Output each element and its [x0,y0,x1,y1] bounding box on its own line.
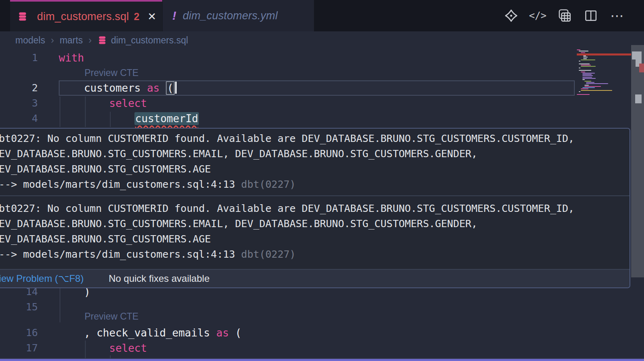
error-message-block: dbt0227: No column CUSTOMERID found. Ava… [0,199,630,265]
tab-label: dim_customers.yml [183,10,278,22]
warning-icon: ! [172,9,176,23]
error-message-line: dbt0227: No column CUSTOMERID found. Ava… [0,201,630,216]
code-token: as [147,82,159,94]
tab-label: dim_customers.sql [37,10,129,23]
code-token [59,113,134,125]
line-number: 2 [14,80,38,96]
error-hover-panel: dbt0227: No column CUSTOMERID found. Ava… [0,128,630,288]
error-message-line: dbt0227: No column CUSTOMERID found. Ava… [0,131,630,146]
code-token: check_valid_emails [97,327,216,339]
line-number: 17 [14,340,38,356]
overview-ruler-marker [632,51,642,59]
overview-ruler-marker [635,94,642,103]
error-message-line: DEV_DATABASE.BRUNO.STG_CUSTOMERS.AGE [0,162,630,177]
code-token: select [109,97,147,109]
tab-dim-customers-yml[interactable]: ! dim_customers.yml [162,0,314,31]
tab-dim-customers-sql[interactable]: dim_customers.sql 2 ✕ [10,0,162,31]
minimap-code-line [577,94,590,95]
split-editor-icon[interactable] [584,8,598,23]
code-line-4[interactable]: customerId [59,111,199,126]
error-message-line: DEV_DATABASE.BRUNO.STG_CUSTOMERS.AGE [0,232,630,247]
indent-guide [85,96,86,127]
minimap-code-line [582,78,596,79]
error-code[interactable]: dbt(0227) [235,248,296,260]
minimap-code-line [586,83,608,84]
minimap-code-line [581,52,585,53]
minimap-code-line [583,55,586,56]
code-token [59,342,109,354]
error-code[interactable]: dbt(0227) [235,178,296,190]
minimap-code-line [581,90,612,91]
line-number: 1 [14,50,38,66]
minimap-code-line [582,75,593,76]
breadcrumb-item-file[interactable]: dim_customers.sql [111,35,188,46]
dbt-icon[interactable] [504,8,518,23]
minimap-code-line [582,74,592,75]
codelens-preview-cte[interactable]: Preview CTE [85,67,138,79]
text-cursor [175,82,177,94]
code-token: , [84,327,97,339]
indent-guide [60,96,60,127]
quick-fix-note: No quick fixes available [109,273,210,284]
code-line-3[interactable]: select [59,96,147,111]
error-location-line: --> models/marts/dim_customers.sql:4:13 … [0,247,630,262]
minimap-code-line [581,72,585,72]
line-number: 16 [14,325,38,340]
code-line-17[interactable]: select [59,340,147,356]
minimap-code-line [579,61,580,62]
minimap-code-line [582,73,595,74]
minimap-code-line [583,58,587,59]
database-icon [97,35,107,45]
close-tab-icon[interactable]: ✕ [147,10,156,23]
problems-count-badge: 2 [134,11,139,23]
line-number: 3 [14,96,38,111]
more-actions-icon[interactable]: ⋯ [610,8,625,23]
minimap-code-line [581,59,595,60]
editor-actions: </> ⋯ [504,0,644,31]
code-token: as [216,327,229,339]
database-icon [17,11,28,22]
minimap-code-line [579,51,588,51]
minimap-code-line [581,65,591,66]
error-location: --> models/marts/dim_customers.sql:4:13 [0,178,235,190]
overview-ruler-marker [639,64,644,72]
scrollbar [631,31,644,361]
minimap[interactable] [577,47,631,112]
show-source-icon[interactable]: </> [530,8,545,23]
minimap-code-line [584,86,601,87]
hover-status-bar: View Problem (⌥F8) No quick fixes availa… [0,269,630,287]
scrollbar-thumb[interactable] [631,45,644,277]
breadcrumb: models › marts › dim_customers.sql [0,31,644,49]
breadcrumb-item-marts[interactable]: marts [60,35,83,46]
error-highlighted-word: customerId [134,112,199,125]
breadcrumb-item-models[interactable]: models [15,35,45,46]
tab-bar: dim_customers.sql 2 ✕ ! dim_customers.ym… [0,0,644,31]
error-message-line: DEV_DATABASE.BRUNO.STG_CUSTOMERS.EMAIL, … [0,146,630,162]
code-line-2[interactable]: customers as ( [59,80,177,96]
code-token: ( [229,327,242,339]
minimap-code-line [579,70,591,71]
minimap-code-line [584,85,589,86]
error-message-line: DEV_DATABASE.BRUNO.STG_CUSTOMERS.EMAIL, … [0,216,630,232]
code-token [59,327,84,339]
matched-bracket: ( [166,81,175,95]
code-line-16[interactable]: , check_valid_emails as ( [59,325,242,340]
view-problem-link[interactable]: View Problem (⌥F8) [0,273,84,284]
error-location: --> models/marts/dim_customers.sql:4:13 [0,248,235,260]
code-token: with [59,52,84,64]
indent-guide [110,112,111,127]
code-token [59,97,109,109]
minimap-code-line [579,64,590,64]
query-results-icon[interactable] [557,8,572,23]
line-number: 4 [14,111,38,126]
codelens-preview-cte[interactable]: Preview CTE [85,310,138,322]
minimap-code-line [582,87,595,88]
chevron-right-icon: › [51,35,54,46]
code-token: select [109,342,147,354]
panel-border-line [0,358,644,361]
minimap-code-line [584,81,591,82]
code-line-1[interactable]: with [59,50,84,66]
code-token [59,82,84,94]
minimap-code-line [581,88,588,89]
line-number: 15 [14,299,38,315]
